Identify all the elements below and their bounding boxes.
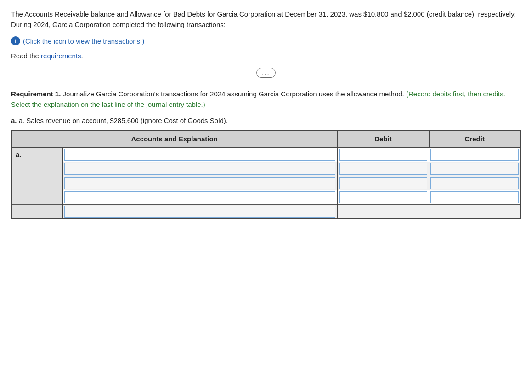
intro-paragraph: The Accounts Receivable balance and Allo… (11, 9, 521, 30)
table-row (11, 204, 521, 219)
requirements-link[interactable]: requirements (41, 52, 81, 60)
requirement-bold: Requirement 1. (11, 90, 61, 98)
row2-accounts-input[interactable] (64, 163, 336, 175)
period: . (81, 52, 83, 60)
table-row (11, 176, 521, 190)
read-label: Read the (11, 52, 41, 60)
row-a-label: a. (11, 147, 62, 162)
sales-text: a. Sales revenue on account, $285,600 (i… (19, 117, 228, 124)
journal-entry-table: Accounts and Explanation Debit Credit a. (11, 130, 521, 219)
divider-row: ... (11, 68, 521, 78)
row2-credit-input[interactable] (430, 163, 519, 175)
row3-accounts-cell (62, 176, 338, 190)
row1-credit-input[interactable] (430, 149, 519, 161)
divider-ellipsis[interactable]: ... (256, 68, 276, 78)
row5-empty-label (11, 204, 62, 219)
row5-accounts-cell (62, 204, 338, 219)
info-icon[interactable]: i (11, 36, 20, 45)
sales-label: a. a. Sales revenue on account, $285,600… (11, 117, 521, 124)
row2-empty-label (11, 162, 62, 176)
click-icon-text: (Click the icon to view the transactions… (23, 37, 144, 45)
table-row (11, 162, 521, 176)
row5-credit-cell (429, 204, 521, 219)
row1-accounts-cell (62, 147, 338, 162)
table-header-row: Accounts and Explanation Debit Credit (11, 130, 521, 147)
row3-credit-input[interactable] (430, 177, 519, 189)
requirement-block: Requirement 1. Journalize Garcia Corpora… (11, 89, 521, 110)
row2-accounts-cell (62, 162, 338, 176)
click-icon-row: i (Click the icon to view the transactio… (11, 36, 521, 45)
table-row: a. (11, 147, 521, 162)
requirement-main-text: Journalize Garcia Corporation's transact… (61, 90, 404, 98)
accounts-col-header: Accounts and Explanation (11, 130, 337, 147)
row5-debit-cell (337, 204, 429, 219)
row4-credit-cell (429, 190, 521, 204)
debit-col-header: Debit (337, 130, 429, 147)
row3-credit-cell (429, 176, 521, 190)
row1-debit-cell (337, 147, 429, 162)
row3-accounts-input[interactable] (64, 177, 336, 189)
row3-debit-input[interactable] (339, 177, 427, 189)
read-requirements-row: Read the requirements. (11, 52, 521, 60)
row2-debit-input[interactable] (339, 163, 427, 175)
row4-accounts-input[interactable] (64, 191, 336, 203)
row1-debit-input[interactable] (339, 149, 427, 161)
row2-debit-cell (337, 162, 429, 176)
row1-credit-cell (429, 147, 521, 162)
row5-accounts-input[interactable] (64, 206, 336, 218)
row4-accounts-cell (62, 190, 338, 204)
table-row (11, 190, 521, 204)
row4-empty-label (11, 190, 62, 204)
row4-credit-input[interactable] (430, 191, 519, 203)
row4-debit-input[interactable] (339, 191, 427, 203)
row1-accounts-input[interactable] (64, 149, 336, 161)
row3-empty-label (11, 176, 62, 190)
row3-debit-cell (337, 176, 429, 190)
credit-col-header: Credit (429, 130, 521, 147)
row4-debit-cell (337, 190, 429, 204)
row2-credit-cell (429, 162, 521, 176)
